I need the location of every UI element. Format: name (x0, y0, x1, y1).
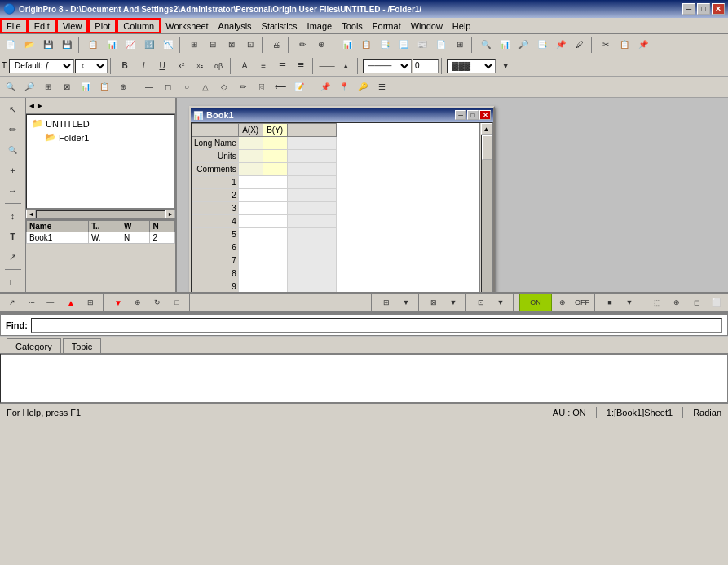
tb-btn-9[interactable]: 📉 (159, 36, 177, 54)
obj-btn-9[interactable]: ◻ (159, 78, 177, 96)
bt-btn-24[interactable]: ⬜ (707, 294, 725, 311)
obj-btn-10[interactable]: ○ (178, 78, 196, 96)
tb-btn-5[interactable]: 📋 (84, 36, 102, 54)
tb-save2[interactable]: 💾 (58, 36, 76, 54)
obj-btn-8[interactable]: — (140, 78, 158, 96)
tree-root-untitled[interactable]: 📁 UNTITLED (29, 117, 173, 130)
bt-btn-9[interactable]: □ (168, 294, 186, 311)
tb-btn-27[interactable]: 📑 (533, 36, 551, 54)
subscript-button[interactable]: x₂ (191, 57, 209, 75)
bt-btn-18[interactable]: OFF (573, 294, 591, 311)
cell-8-a[interactable] (238, 267, 263, 280)
tree-folder1[interactable]: 📂 Folder1 (42, 130, 173, 144)
vscroll-thumb[interactable] (482, 135, 493, 160)
tool-rect[interactable]: □ (3, 272, 23, 292)
bt-btn-8[interactable]: ↻ (148, 294, 166, 311)
tool-draw[interactable]: ✏ (3, 120, 23, 139)
cell-6-b[interactable] (263, 241, 287, 254)
bt-btn-22[interactable]: ⊕ (668, 294, 686, 311)
tb-btn-12[interactable]: ⊠ (223, 36, 240, 54)
cell-units-a[interactable] (238, 150, 263, 163)
tool-line[interactable]: ↗ (3, 247, 23, 267)
cell-5-a[interactable] (238, 228, 263, 241)
obj-btn-2[interactable]: 🔎 (20, 78, 38, 96)
menu-plot[interactable]: Plot (88, 18, 117, 33)
tb-save[interactable]: 💾 (39, 36, 57, 54)
bt-btn-14[interactable]: ⊡ (472, 294, 490, 311)
hscroll-right[interactable]: ► (165, 210, 175, 219)
tool-select[interactable]: ↖ (3, 99, 23, 119)
tb-btn-15[interactable]: ✏ (293, 36, 311, 54)
category-tab[interactable]: Category (7, 338, 61, 353)
bt-btn-11[interactable]: ▼ (397, 294, 415, 311)
line-color-button[interactable]: ▲ (337, 57, 355, 75)
obj-btn-5[interactable]: 📊 (77, 78, 95, 96)
cell-4-a[interactable] (238, 215, 263, 228)
spreadsheet-scroll-area[interactable]: A(X) B(Y) Long Name (192, 123, 479, 292)
book-minimize[interactable]: ─ (455, 110, 466, 120)
minimize-button[interactable]: ─ (682, 3, 695, 15)
tb-btn-32[interactable]: 📌 (634, 36, 652, 54)
bt-btn-17[interactable]: ⊕ (554, 294, 571, 311)
bt-btn-1[interactable]: ↗ (3, 294, 21, 311)
menu-edit[interactable]: Edit (28, 18, 56, 33)
obj-btn-18[interactable]: 📍 (335, 78, 353, 96)
align-center-button[interactable]: ☰ (273, 57, 291, 75)
menu-help[interactable]: Help (448, 18, 476, 33)
cell-longname-a[interactable] (238, 137, 263, 150)
cell-7-a[interactable] (238, 254, 263, 267)
font-color-button[interactable]: A (236, 57, 254, 75)
menu-column[interactable]: Column (117, 18, 161, 33)
fill-dropdown[interactable]: ▓▓▓ (447, 59, 496, 73)
tool-resize[interactable]: ↕ (3, 206, 23, 226)
tb-btn-31[interactable]: 📋 (615, 36, 633, 54)
tb-btn-11[interactable]: ⊟ (204, 36, 222, 54)
tb-open[interactable]: 📂 (20, 36, 38, 54)
cell-comments-a[interactable] (238, 163, 263, 176)
bt-btn-20[interactable]: ▼ (620, 294, 638, 311)
font-size-dropdown[interactable]: ↕ (75, 59, 108, 73)
bt-btn-15[interactable]: ▼ (492, 294, 510, 311)
tool-text[interactable]: T (3, 227, 23, 246)
bt-btn-12[interactable]: ⊠ (425, 294, 443, 311)
menu-format[interactable]: Format (368, 18, 406, 33)
panel-collapse[interactable]: ◄ (28, 101, 36, 110)
obj-btn-3[interactable]: ⊞ (39, 78, 57, 96)
obj-btn-14[interactable]: ⌻ (253, 78, 271, 96)
bt-btn-13[interactable]: ▼ (444, 294, 462, 311)
tb-btn-23[interactable]: ⊞ (451, 36, 469, 54)
vscroll-track[interactable] (481, 135, 492, 292)
obj-btn-17[interactable]: 📌 (316, 78, 334, 96)
cell-6-a[interactable] (238, 241, 263, 254)
font-name-dropdown[interactable]: Default: ƒ (9, 59, 74, 73)
menu-image[interactable]: Image (302, 18, 338, 33)
bt-btn-4[interactable]: ▲ (62, 294, 80, 311)
greek-button[interactable]: αβ (210, 57, 227, 75)
obj-btn-7[interactable]: ⊕ (114, 78, 132, 96)
tb-btn-19[interactable]: 📑 (376, 36, 394, 54)
tb-btn-7[interactable]: 📈 (121, 36, 139, 54)
menu-view[interactable]: View (56, 18, 89, 33)
cell-9-a[interactable] (238, 280, 263, 293)
cell-1-b[interactable] (263, 176, 287, 189)
tb-btn-25[interactable]: 📊 (496, 36, 514, 54)
obj-btn-11[interactable]: △ (196, 78, 214, 96)
underline-button[interactable]: U (153, 57, 171, 75)
project-explorer[interactable]: 📁 UNTITLED 📂 Folder1 (26, 114, 175, 209)
obj-btn-6[interactable]: 📋 (95, 78, 113, 96)
tb-btn-14[interactable]: 🖨 (267, 36, 285, 54)
fill-color-button[interactable]: ▼ (496, 57, 514, 75)
cell-comments-b[interactable] (263, 163, 287, 176)
cell-8-b[interactable] (263, 267, 287, 280)
cell-2-a[interactable] (238, 189, 263, 202)
line-width-input[interactable] (413, 59, 439, 73)
close-button[interactable]: ✕ (712, 3, 725, 15)
bt-btn-10[interactable]: ⊞ (377, 294, 395, 311)
cell-9-b[interactable] (263, 280, 287, 293)
tb-new[interactable]: 📄 (2, 36, 20, 54)
cell-3-b[interactable] (263, 202, 287, 215)
bt-btn-19[interactable]: ■ (601, 294, 619, 311)
menu-tools[interactable]: Tools (337, 18, 368, 33)
col-b-header[interactable]: B(Y) (263, 124, 287, 137)
menu-analysis[interactable]: Analysis (214, 18, 257, 33)
